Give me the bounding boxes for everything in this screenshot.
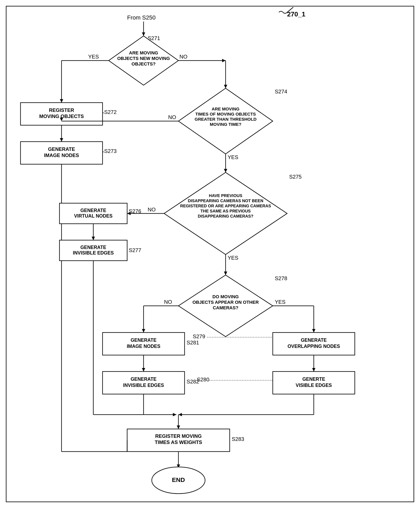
s275-id: S275 bbox=[289, 174, 302, 180]
from-label: From S250 bbox=[127, 14, 156, 21]
s275-label-3: REGISTERED OR ARE APPEARING CAMERAS bbox=[180, 204, 271, 208]
s275-yes-label: YES bbox=[228, 255, 238, 261]
s275-label-5: DISAPPEARING CAMERAS? bbox=[198, 214, 253, 218]
s280-label-1: GENERTE bbox=[302, 376, 325, 382]
s278-label-3: CAMERAS? bbox=[213, 305, 239, 310]
s279-id: S279 bbox=[193, 333, 205, 339]
s277-id: S277 bbox=[129, 247, 141, 253]
s274-yes-label: YES bbox=[228, 154, 238, 160]
s283-id: S283 bbox=[232, 436, 244, 442]
s271-yes-label: YES bbox=[88, 53, 99, 60]
s279-label-2: OVERLAPPING NODES bbox=[288, 344, 340, 349]
s274-label-4: MOVING TIME? bbox=[210, 122, 241, 127]
s273-label-2: IMAGE NODES bbox=[44, 152, 79, 158]
s274-label-3: GREATER THAN THRESHOLD bbox=[195, 117, 257, 121]
s273-label-1: GENERATE bbox=[48, 146, 75, 152]
s274-no-label: NO bbox=[168, 114, 176, 120]
s281-id: S281 bbox=[187, 339, 199, 346]
s274-label-1: ARE MOVING bbox=[212, 106, 239, 111]
s271-id: S271 bbox=[148, 35, 160, 41]
s276-id: S276 bbox=[129, 208, 141, 214]
s283-label-2: TIMES AS WEIGHTS bbox=[155, 440, 202, 445]
s272-label-1: REGISTER bbox=[49, 107, 74, 113]
s282-label-1: GENERATE bbox=[131, 376, 157, 382]
s277-label-1: GENERATE bbox=[80, 245, 106, 250]
s276-label-2: VIRTUAL NODES bbox=[74, 213, 112, 219]
s278-id: S278 bbox=[275, 275, 287, 281]
s278-label-2: OBJECTS APPEAR ON OTHER bbox=[192, 300, 259, 305]
s274-label-2: TIMES OF MOVING OBJECTS bbox=[195, 112, 256, 116]
s277-label-2: INVISIBLE EDGES bbox=[73, 250, 114, 255]
s274-id: S274 bbox=[275, 89, 287, 95]
s275-label-2: DISAPPEARING CAMERAS NOT BEEN bbox=[188, 198, 263, 203]
s271-label-1: ARE MOVING bbox=[129, 50, 158, 55]
end-label: END bbox=[172, 476, 185, 483]
s275-label-4: THE SAME AS PREVIOUS bbox=[201, 209, 251, 213]
s278-label-1: DO MOVING bbox=[212, 294, 239, 299]
s275-no-label: NO bbox=[148, 207, 156, 213]
s278-yes-label: YES bbox=[275, 299, 285, 305]
s278-no-label: NO bbox=[164, 299, 172, 305]
s283-label-1: REGISTER MOVING bbox=[155, 433, 202, 439]
s280-id: S280 bbox=[197, 376, 209, 383]
s281-label-2: IMAGE NODES bbox=[127, 344, 160, 349]
diagram-id: 270_1 bbox=[287, 10, 305, 18]
s272-id: S272 bbox=[104, 109, 117, 115]
s279-label-1: GENERATE bbox=[301, 337, 327, 343]
s271-label-2: OBJECTS NEW MOVING bbox=[117, 56, 170, 61]
s281-label-1: GENERATE bbox=[131, 337, 157, 343]
s271-no-label: NO bbox=[180, 53, 188, 60]
flowchart-diagram: 270_1 From S250 ARE MOVING OBJECTS NEW M… bbox=[0, 0, 420, 508]
s276-label-1: GENERATE bbox=[80, 208, 106, 213]
s282-label-2: INVISIBLE EDGES bbox=[123, 383, 164, 388]
s273-id: S273 bbox=[104, 148, 117, 154]
s275-label-1: HAVE PREVIOUS bbox=[209, 193, 242, 198]
s280-label-2: VISIBLE EDGES bbox=[296, 383, 332, 388]
s271-label-3: OBJECTS? bbox=[131, 61, 155, 67]
